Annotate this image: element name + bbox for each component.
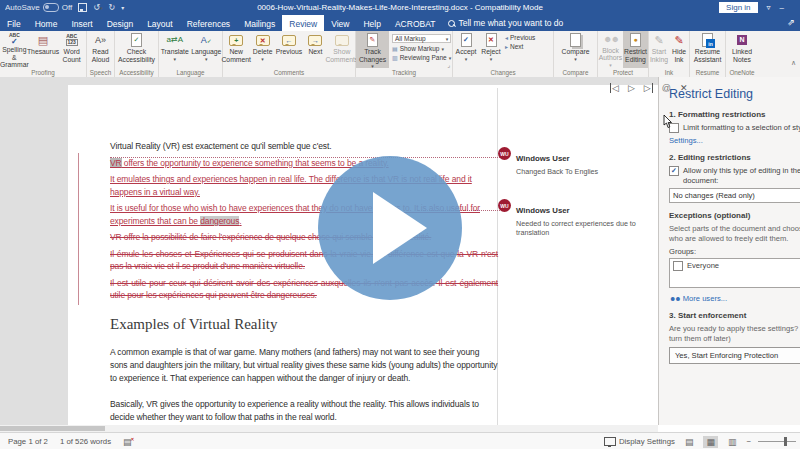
tell-me-box[interactable]: Tell me what you want to do [442,15,569,31]
allow-editing-checkbox[interactable]: ✓ Allow only this type of editing in the… [669,166,800,185]
language-button[interactable]: A✓ Language ▾ [191,31,223,68]
comment-card[interactable]: WU Windows User Needed to correct experi… [498,199,653,237]
comment-card[interactable]: WU Windows User Changed Back To Englies [498,147,653,176]
compare-button[interactable]: Compare ▾ [554,31,597,68]
word-count-button[interactable]: ABC123 Word Count [57,31,86,68]
minimize-button[interactable]: – [780,3,784,12]
comment-text: Needed to correct experiences due to tra… [516,219,653,237]
tab-view[interactable]: View [324,15,356,31]
translate-caret-icon: ▾ [173,57,176,62]
thesaurus-button[interactable]: ▤ Thesaurus [29,31,58,68]
ribbon-group-language: a⇄A Translate ▾ A✓ Language ▾ Language [159,31,223,77]
translate-button[interactable]: a⇄A Translate ▾ [159,31,191,68]
web-layout-button[interactable]: ▥ [725,436,740,448]
autosave-toggle[interactable]: AutoSave Off [5,3,72,12]
tab-help[interactable]: Help [356,15,387,31]
tab-review[interactable]: Review [282,15,324,31]
language-icon: A✓ [201,33,212,47]
video-play-overlay[interactable] [318,156,462,300]
ribbon-group-protect: ☻☻ Block Authors ▾ ● Restrict Editing Pr… [598,31,649,77]
enforcement-description: Are you ready to apply these settings? (… [669,324,800,343]
limit-formatting-checkbox[interactable]: Limit formatting to a selection of style… [669,123,800,133]
next-change-button[interactable]: ▸ Next [505,43,535,50]
block-authors-button: ☻☻ Block Authors ▾ [598,31,623,68]
zoom-slider[interactable] [758,441,796,442]
tab-mailings[interactable]: Mailings [237,15,282,31]
linked-notes-button[interactable]: N Linked Notes [726,31,758,68]
display-settings-button[interactable]: Display Settings [604,437,675,446]
share-icon[interactable]: ⇗ [787,17,795,27]
paragraph: Virtual Reality (VR) est exactement ce q… [110,140,498,153]
tab-acrobat[interactable]: ACROBAT [388,15,442,31]
ribbon-group-accessibility: ✓ Check Accessibility Accessibility [115,31,159,77]
accept-icon: ✓ [461,33,472,47]
check-accessibility-button[interactable]: ✓ Check Accessibility [115,31,158,68]
word-count-indicator[interactable]: 1 of 526 words [60,437,111,446]
redo-button[interactable]: ↻ [108,3,115,12]
tab-layout[interactable]: Layout [140,15,180,31]
restrict-editing-button[interactable]: ● Restrict Editing [623,31,648,68]
resume-assistant-button[interactable]: in Resume Assistant [690,31,725,68]
groups-listbox[interactable]: Everyone [669,258,800,288]
undo-caret-icon: ▾ [100,5,103,11]
ribbon: ABC✓ Spelling & Grammar ▤ Thesaurus ABC1… [0,31,800,78]
save-icon[interactable] [78,3,87,12]
track-changes-button[interactable]: ✎ Track Changes ▾ [356,31,389,68]
ribbon-group-changes: ✓ Accept ▾ ✕ Reject ▾ ◂ Previous ▸ Next [453,31,554,77]
print-layout-button[interactable]: ▦ [703,436,718,448]
spelling-grammar-button[interactable]: ABC✓ Spelling & Grammar [0,31,29,68]
tab-references[interactable]: References [180,15,237,31]
page-indicator[interactable]: Page 1 of 2 [8,437,48,446]
previous-change-button[interactable]: ◂ Previous [505,34,535,41]
step-forward-button[interactable]: ▷ [644,83,653,93]
delete-comment-button[interactable]: ✕ Delete ▾ [249,31,275,68]
delete-caret-icon: ▾ [261,57,264,62]
title-bar: AutoSave Off ↺▾ ↻ ▾ 0006-How-Virtual-Rea… [0,0,800,15]
step-back-button[interactable]: ◁ [610,83,619,93]
editing-type-dropdown[interactable]: No changes (Read only) [669,188,800,203]
undo-button[interactable]: ↺▾ [93,3,102,12]
accept-button[interactable]: ✓ Accept ▾ [453,31,479,68]
tab-home[interactable]: Home [28,15,65,31]
snail-slow-icon[interactable]: @ [662,83,671,93]
start-enforcing-button[interactable]: Yes, Start Enforcing Protection [669,347,800,364]
proofing-errors-icon[interactable]: ▤✕ [123,437,132,447]
read-aloud-button[interactable]: A» Read Aloud [87,31,114,68]
tab-insert[interactable]: Insert [64,15,99,31]
collapse-ribbon-icon[interactable]: ∧ [791,59,796,67]
play-small-button[interactable]: ▷ [628,83,635,93]
show-comments-icon [335,33,349,47]
reject-button[interactable]: ✕ Reject ▾ [479,31,503,68]
comment-text: Changed Back To Englies [516,167,598,176]
ribbon-group-resume: in Resume Assistant Resume [690,31,726,77]
zoom-out-button[interactable]: − [746,437,751,446]
compare-caret-icon: ▾ [574,57,577,62]
mouse-cursor [663,115,673,128]
horizontal-scrollbar[interactable] [0,425,658,432]
ribbon-display-options-icon[interactable]: ▿ [767,3,771,12]
zoom-slider-thumb[interactable] [784,437,787,446]
resume-assistant-icon: in [702,33,713,47]
close-player-icon[interactable]: ✕ [680,83,688,93]
tracking-dialog-launcher[interactable]: ⌟ [447,61,450,68]
more-users-link[interactable]: ☻☻ More users... [669,294,800,303]
everyone-checkbox[interactable]: Everyone [673,261,800,271]
settings-link[interactable]: Settings... [669,136,800,145]
sign-in-button[interactable]: Sign in [719,2,757,13]
customize-quick-access-button[interactable]: ▾ [121,4,124,11]
new-comment-icon: + [229,33,243,47]
reviewing-pane-dropdown[interactable]: ▥ Reviewing Pane▾ [392,54,451,61]
thesaurus-book-icon: ▤ [38,33,48,47]
tab-design[interactable]: Design [100,15,140,31]
show-markup-dropdown[interactable]: ▤ Show Markup▾ [392,45,451,52]
editing-restrictions-header: 2. Editing restrictions [669,153,800,162]
restrict-editing-icon: ● [630,33,641,47]
display-for-review-dropdown[interactable]: All Markup▾ [392,34,451,43]
hide-ink-button[interactable]: ✎ Hide Ink [669,31,689,68]
new-comment-button[interactable]: + New Comment [223,31,249,68]
previous-comment-button[interactable]: ← Previous [276,31,302,68]
tab-file[interactable]: File [0,15,28,31]
play-button-circle[interactable] [318,156,462,300]
scrollbar-thumb[interactable] [0,426,105,431]
read-mode-button[interactable]: ▤ [682,436,697,448]
